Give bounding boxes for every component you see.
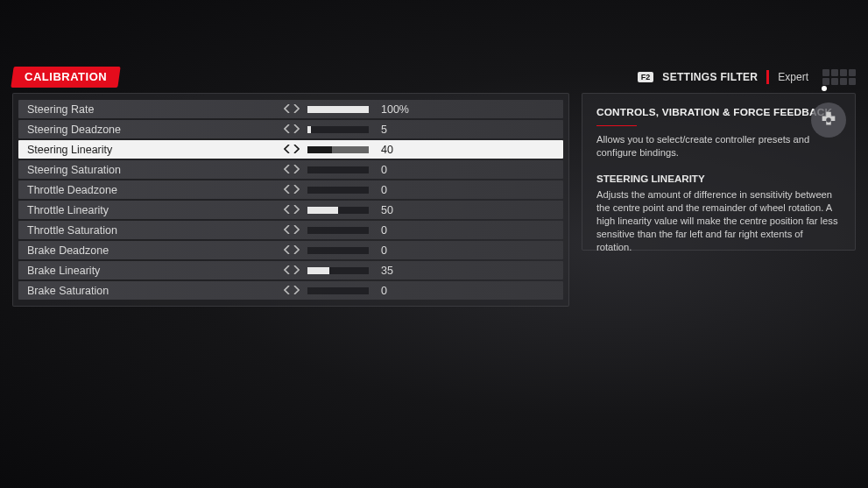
adjust-arrows[interactable] [281, 145, 302, 155]
setting-row[interactable]: Steering Deadzone 5 [18, 120, 563, 138]
setting-row[interactable]: Steering Rate 100% [18, 100, 563, 118]
chevron-right-icon[interactable] [293, 145, 300, 155]
chevron-right-icon[interactable] [293, 286, 300, 296]
chevron-left-icon[interactable] [284, 145, 291, 155]
adjust-arrows[interactable] [281, 165, 302, 175]
settings-filter[interactable]: F2 SETTINGS FILTER Expert [638, 69, 856, 85]
adjust-arrows[interactable] [281, 205, 302, 216]
setting-row[interactable]: Brake Linearity 35 [18, 261, 563, 279]
setting-row[interactable]: Throttle Linearity 50 [18, 201, 563, 219]
chevron-right-icon[interactable] [293, 124, 300, 135]
value-bar[interactable] [307, 247, 369, 254]
chevron-left-icon[interactable] [284, 165, 291, 175]
chevron-right-icon[interactable] [293, 104, 300, 115]
setting-value: 0 [381, 244, 387, 257]
setting-label: Brake Saturation [27, 285, 281, 297]
setting-label: Brake Deadzone [27, 244, 281, 257]
setting-label: Throttle Linearity [27, 204, 281, 216]
key-hint: F2 [638, 72, 654, 82]
adjust-arrows[interactable] [281, 104, 302, 115]
setting-row[interactable]: Brake Saturation 0 [18, 281, 563, 300]
filter-label: SETTINGS FILTER [662, 71, 758, 83]
adjust-arrows[interactable] [281, 185, 302, 195]
value-bar[interactable] [307, 106, 369, 113]
setting-row[interactable]: Steering Saturation 0 [18, 160, 563, 179]
setting-value: 0 [381, 285, 387, 297]
setting-row[interactable]: Throttle Deadzone 0 [18, 180, 563, 199]
setting-value: 5 [381, 124, 387, 136]
value-bar[interactable] [307, 287, 369, 294]
chevron-right-icon[interactable] [293, 225, 300, 236]
pip-indicator-icon [822, 86, 827, 91]
value-bar[interactable] [307, 207, 369, 214]
header: CALIBRATION F2 SETTINGS FILTER Expert [12, 67, 856, 88]
chevron-left-icon[interactable] [284, 245, 291, 256]
value-bar[interactable] [307, 227, 369, 234]
setting-label: Steering Rate [27, 103, 281, 116]
adjust-arrows[interactable] [281, 286, 302, 296]
info-sub-title: STEERING LINEARITY [596, 172, 841, 186]
chevron-left-icon[interactable] [284, 205, 291, 216]
chevron-right-icon[interactable] [293, 265, 300, 276]
value-bar[interactable] [307, 267, 369, 274]
setting-value: 35 [381, 265, 393, 277]
info-panel: CONTROLS, VIBRATION & FORCE FEEDBACK All… [582, 93, 856, 251]
info-section-desc: Allows you to select/create controller p… [596, 133, 841, 159]
accent-rule [596, 125, 637, 126]
setting-label: Steering Saturation [27, 164, 281, 176]
setting-value: 50 [381, 204, 393, 216]
filter-separator [766, 70, 769, 84]
setting-row[interactable]: Brake Deadzone 0 [18, 241, 563, 259]
value-bar[interactable] [307, 187, 369, 194]
adjust-arrows[interactable] [281, 245, 302, 256]
chevron-left-icon[interactable] [284, 185, 291, 195]
filter-value: Expert [778, 71, 808, 83]
chevron-left-icon[interactable] [284, 124, 291, 135]
setting-label: Throttle Deadzone [27, 184, 281, 196]
page-title-badge: CALIBRATION [11, 67, 120, 88]
dpad-icon [811, 103, 846, 138]
setting-label: Steering Deadzone [27, 124, 281, 136]
setting-label: Steering Linearity [27, 144, 281, 156]
value-bar[interactable] [307, 146, 369, 153]
chevron-left-icon[interactable] [284, 104, 291, 115]
adjust-arrows[interactable] [281, 124, 302, 135]
value-bar[interactable] [307, 126, 369, 133]
chevron-right-icon[interactable] [293, 185, 300, 195]
chevron-right-icon[interactable] [293, 245, 300, 256]
adjust-arrows[interactable] [281, 225, 302, 236]
chevron-right-icon[interactable] [293, 165, 300, 175]
setting-value: 40 [381, 144, 393, 156]
setting-row[interactable]: Throttle Saturation 0 [18, 221, 563, 239]
info-section-title: CONTROLS, VIBRATION & FORCE FEEDBACK [596, 106, 841, 120]
calibration-list: Steering Rate 100% Steering Deadzone 5 S… [12, 93, 569, 307]
setting-value: 100% [381, 103, 409, 116]
pagination-pips [822, 69, 856, 85]
adjust-arrows[interactable] [281, 265, 302, 276]
setting-value: 0 [381, 164, 387, 176]
setting-row[interactable]: Steering Linearity 40 [18, 140, 563, 159]
chevron-left-icon[interactable] [284, 265, 291, 276]
setting-value: 0 [381, 184, 387, 196]
page-title: CALIBRATION [25, 70, 107, 83]
chevron-left-icon[interactable] [284, 225, 291, 236]
info-sub-desc: Adjusts the amount of difference in sens… [596, 188, 841, 255]
setting-label: Brake Linearity [27, 265, 281, 277]
value-bar[interactable] [307, 166, 369, 173]
chevron-right-icon[interactable] [293, 205, 300, 216]
setting-value: 0 [381, 224, 387, 237]
setting-label: Throttle Saturation [27, 224, 281, 237]
chevron-left-icon[interactable] [284, 286, 291, 296]
